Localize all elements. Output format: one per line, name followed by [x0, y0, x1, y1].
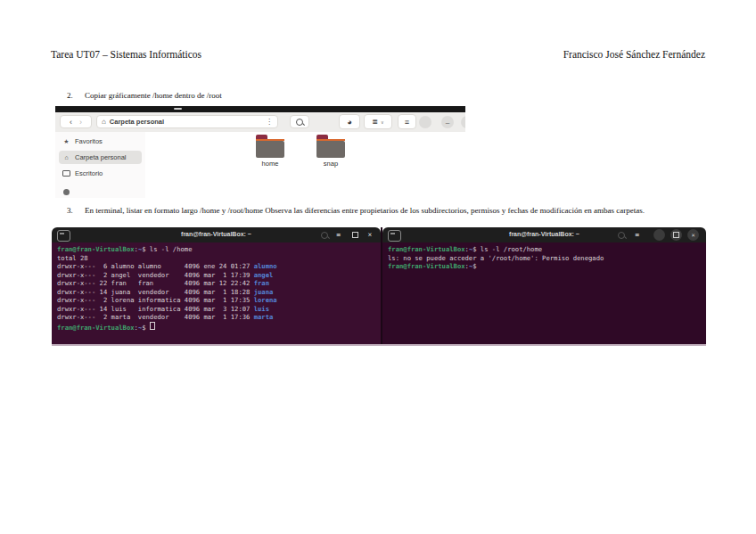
- file-manager-window: ‹ › ⌂ Carpeta personal ⋮ ◕ ≣ ∨ ≡: [55, 106, 465, 198]
- terminal-body[interactable]: fran@fran-VirtualBox:~$ ls -l /hometotal…: [52, 242, 381, 344]
- terminal-line: drwxr-x--- 2 marta vendedor 4096 mar 1 1…: [57, 313, 381, 322]
- terminal-window-left: fran@fran-VirtualBox: ~ ≡ × fran@fran-Vi…: [52, 227, 381, 344]
- document-title: Tarea UT07 – Sistemas Informáticos: [51, 49, 201, 60]
- minimize-icon: –: [446, 119, 449, 127]
- terminals-row: fran@fran-VirtualBox: ~ ≡ × fran@fran-Vi…: [52, 227, 706, 346]
- search-icon: [618, 232, 625, 239]
- terminal-line: fran@fran-VirtualBox:~$: [57, 322, 381, 331]
- menu-button[interactable]: ≡: [333, 230, 345, 240]
- home-icon: ⌂: [102, 119, 106, 126]
- terminal-line: drwxr-x--- 14 juana vendedor 4096 mar 1 …: [57, 288, 381, 297]
- maximize-button[interactable]: [461, 116, 465, 128]
- desktop-icon: [62, 170, 70, 177]
- terminal-window-right: fran@fran-VirtualBox: ~ ≡ × fran@fran-Vi…: [381, 227, 706, 344]
- list-view-icon: ≣: [372, 118, 378, 126]
- sidebar-item-label: Favoritos: [75, 137, 103, 145]
- minimize-button[interactable]: [653, 229, 665, 241]
- item-3-text: En terminal, listar en formato largo /ho…: [85, 206, 680, 216]
- terminal-title: fran@fran-VirtualBox: ~: [52, 231, 381, 237]
- close-button[interactable]: ×: [364, 230, 376, 240]
- window-control-button[interactable]: [419, 116, 431, 128]
- sidebar-item-carpeta-personal[interactable]: ⌂Carpeta personal: [59, 151, 142, 164]
- titlebar-fragment: [174, 108, 182, 110]
- document-author: Francisco José Sánchez Fernández: [563, 49, 705, 60]
- terminal-line: ls: no se puede acceder a '/root/home': …: [388, 254, 706, 263]
- folder-name: snap: [311, 160, 350, 168]
- sidebar-item-label: Carpeta personal: [75, 153, 127, 161]
- search-button[interactable]: [318, 230, 331, 240]
- terminal-line: total 28: [57, 254, 381, 263]
- star-icon: ★: [62, 138, 70, 144]
- terminal-line: drwxr-x--- 22 fran fran 4096 mar 12 22:4…: [57, 279, 381, 288]
- terminal-line: fran@fran-VirtualBox:~$ ls -l /home: [57, 245, 381, 254]
- terminal-titlebar[interactable]: fran@fran-VirtualBox: ~ ≡ ×: [52, 227, 381, 242]
- terminal-line: drwxr-x--- 2 lorena informatica 4096 mar…: [57, 296, 381, 305]
- back-icon[interactable]: ‹: [70, 118, 72, 127]
- clipped-icon: [62, 185, 70, 195]
- terminal-titlebar[interactable]: fran@fran-VirtualBox: ~ ≡ ×: [382, 227, 706, 242]
- minimize-button[interactable]: –: [441, 116, 454, 128]
- hamburger-icon: ≡: [636, 231, 640, 239]
- path-bar[interactable]: ⌂ Carpeta personal ⋮: [96, 115, 278, 128]
- search-icon: [296, 119, 303, 126]
- item-2-number: 2.: [67, 91, 73, 100]
- view-toggle-button[interactable]: ◕: [339, 114, 360, 129]
- terminal-line: fran@fran-VirtualBox:~$ ls -l /root/home: [388, 245, 706, 254]
- terminal-line: drwxr-x--- 6 alumno alumno 4096 ene 24 0…: [57, 262, 381, 271]
- file-manager-titlebar-edge: [55, 106, 465, 112]
- close-button[interactable]: ×: [687, 229, 699, 241]
- terminal-line: drwxr-x--- 2 angel vendedor 4096 mar 1 1…: [57, 271, 381, 280]
- folder-home[interactable]: home: [251, 135, 290, 168]
- terminal-cursor: [150, 322, 155, 331]
- folder-snap[interactable]: snap: [311, 135, 350, 168]
- menu-button[interactable]: ≡: [398, 114, 416, 129]
- terminal-body[interactable]: fran@fran-VirtualBox:~$ ls -l /root/home…: [382, 242, 706, 344]
- restore-button[interactable]: [670, 229, 682, 241]
- sidebar-item-clipped[interactable]: [59, 183, 142, 198]
- restore-button[interactable]: [349, 230, 361, 240]
- restore-icon: [673, 232, 679, 238]
- menu-button[interactable]: ≡: [631, 230, 644, 240]
- folder-icon: [316, 135, 345, 158]
- file-manager-toolbar: ‹ › ⌂ Carpeta personal ⋮ ◕ ≣ ∨ ≡: [55, 112, 465, 133]
- sidebar-item-favoritos[interactable]: ★Favoritos: [59, 135, 142, 148]
- home-icon: ⌂: [62, 154, 70, 160]
- document-page: Tarea UT07 – Sistemas Informáticos Franc…: [0, 0, 756, 534]
- chevron-down-icon: ∨: [381, 119, 384, 125]
- search-icon: [321, 232, 328, 239]
- sidebar-item-escritorio[interactable]: Escritorio: [59, 167, 142, 180]
- kebab-menu-icon[interactable]: ⋮: [266, 118, 273, 126]
- search-button[interactable]: [290, 115, 309, 128]
- hamburger-icon: ≡: [405, 118, 409, 127]
- list-view-button[interactable]: ≣ ∨: [364, 114, 392, 129]
- terminal-line: fran@fran-VirtualBox:~$: [388, 262, 706, 271]
- hamburger-icon: ≡: [337, 231, 341, 239]
- fm-sidebar: ★Favoritos⌂Carpeta personalEscritorio: [55, 132, 145, 198]
- grid-view-icon: ◕: [347, 118, 351, 127]
- close-icon: ×: [691, 232, 694, 239]
- fm-content: homesnap: [145, 132, 465, 198]
- folder-icon: [256, 135, 284, 158]
- item-2-text: Copiar gráficamente /home dentro de /roo…: [85, 91, 222, 101]
- terminal-line: drwxr-x--- 14 luis informatica 4096 mar …: [57, 305, 381, 314]
- nav-buttons[interactable]: ‹ ›: [60, 115, 92, 128]
- path-label: Carpeta personal: [110, 118, 262, 126]
- close-icon: ×: [368, 231, 373, 239]
- item-3-number: 3.: [67, 206, 73, 215]
- sidebar-item-label: Escritorio: [75, 169, 103, 177]
- folder-name: home: [251, 160, 290, 168]
- forward-icon[interactable]: ›: [79, 118, 82, 127]
- search-button[interactable]: [615, 230, 628, 240]
- restore-icon: [352, 232, 358, 238]
